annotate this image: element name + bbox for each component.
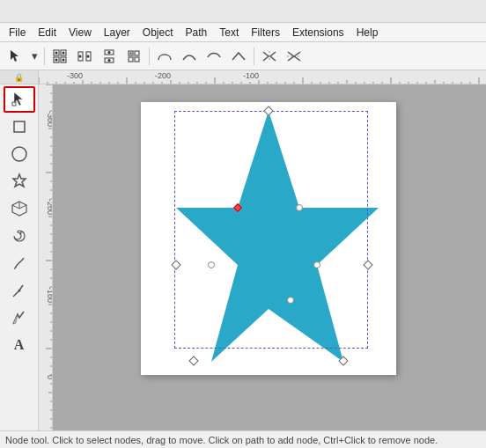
svg-point-6 xyxy=(55,58,58,61)
auto-smooth-btn[interactable] xyxy=(202,45,225,68)
menu-filters[interactable]: Filters xyxy=(246,25,285,40)
svg-point-10 xyxy=(79,55,82,57)
tool-calligraphy[interactable] xyxy=(4,305,35,331)
menu-file[interactable]: File xyxy=(4,25,31,40)
curve-node-btn[interactable] xyxy=(153,45,176,68)
select-all-btn[interactable] xyxy=(4,45,26,68)
title-bar xyxy=(0,0,486,23)
svg-point-5 xyxy=(63,51,65,54)
v-ruler-canvas xyxy=(39,84,53,430)
tool-pen[interactable] xyxy=(4,277,35,304)
svg-point-25 xyxy=(12,147,26,161)
status-text: Node tool. Click to select nodes, drag t… xyxy=(5,435,438,445)
canvas-area[interactable] xyxy=(53,84,486,430)
sep-3 xyxy=(254,48,254,65)
ruler-vertical xyxy=(39,84,53,430)
bezier-btn[interactable] xyxy=(122,45,145,68)
ruler-corner: 🔒 xyxy=(0,70,39,84)
menu-edit[interactable]: Edit xyxy=(33,25,62,40)
svg-point-30 xyxy=(18,290,20,292)
menu-object[interactable]: Object xyxy=(137,25,179,40)
flip-h-btn[interactable] xyxy=(258,45,281,68)
menu-view[interactable]: View xyxy=(63,25,97,40)
h-ruler-canvas xyxy=(39,70,486,84)
tool-node-editor[interactable] xyxy=(4,86,35,113)
align-nodes-btn[interactable] xyxy=(48,45,71,68)
distribute-v-btn[interactable] xyxy=(98,45,121,68)
status-bar: Node tool. Click to select nodes, drag t… xyxy=(0,430,486,448)
smooth-node-btn[interactable] xyxy=(178,45,201,68)
menu-extensions[interactable]: Extensions xyxy=(287,25,350,40)
menu-bar: File Edit View Layer Object Path Text Fi… xyxy=(0,23,486,42)
arrow-dropdown[interactable]: ▾ xyxy=(28,45,40,68)
toolbox: A xyxy=(0,84,39,430)
tool-select[interactable] xyxy=(4,114,35,140)
tool-pencil[interactable] xyxy=(4,250,35,276)
svg-point-20 xyxy=(129,52,131,54)
svg-point-15 xyxy=(108,59,111,62)
svg-point-7 xyxy=(63,58,65,61)
corner-node-btn[interactable] xyxy=(227,45,250,68)
tool-3d-box[interactable] xyxy=(4,195,35,222)
svg-rect-24 xyxy=(14,121,25,132)
tool-ellipse[interactable] xyxy=(4,141,35,167)
svg-rect-17 xyxy=(135,51,139,55)
ruler-horizontal xyxy=(39,70,486,84)
menu-help[interactable]: Help xyxy=(351,25,384,40)
tool-text[interactable]: A xyxy=(4,332,35,358)
svg-line-29 xyxy=(12,205,19,209)
tool-star[interactable] xyxy=(4,168,35,195)
menu-path[interactable]: Path xyxy=(180,25,213,40)
svg-point-14 xyxy=(108,51,111,54)
tool-spiral[interactable] xyxy=(4,223,35,249)
svg-point-11 xyxy=(87,55,90,57)
svg-rect-18 xyxy=(129,57,133,62)
distribute-btn[interactable] xyxy=(73,45,96,68)
sep-1 xyxy=(44,48,45,65)
svg-point-4 xyxy=(55,51,58,54)
canvas-page xyxy=(141,102,396,375)
svg-rect-19 xyxy=(135,57,139,62)
menu-text[interactable]: Text xyxy=(214,25,244,40)
star-shape[interactable] xyxy=(141,102,396,375)
menu-layer[interactable]: Layer xyxy=(99,25,136,40)
sep-2 xyxy=(149,48,150,65)
toolbar: ▾ xyxy=(0,42,486,70)
flip-v-btn[interactable] xyxy=(283,45,306,68)
svg-line-28 xyxy=(19,205,26,209)
